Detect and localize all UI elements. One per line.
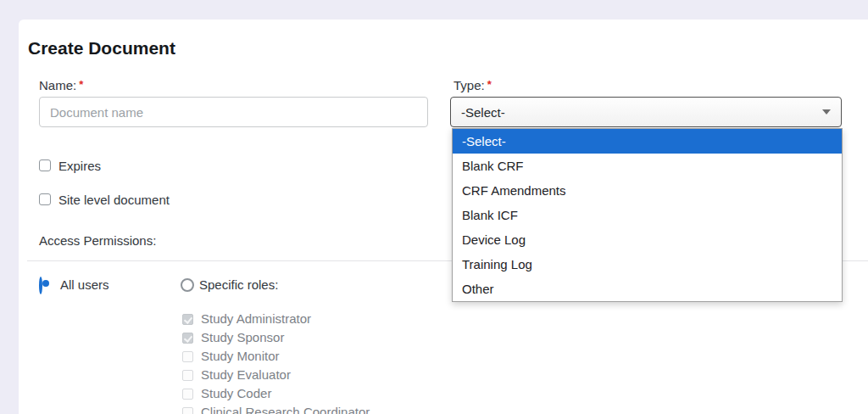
dropdown-option-blank-crf[interactable]: Blank CRF: [453, 154, 842, 178]
study-monitor-label: Study Monitor: [201, 349, 280, 363]
dropdown-option-other[interactable]: Other: [453, 277, 842, 301]
access-permissions-label: Access Permissions:: [39, 233, 156, 248]
clinical-research-coordinator-label: Clinical Research Coordinator: [201, 405, 370, 414]
clinical-research-coordinator-checkbox[interactable]: [182, 407, 193, 414]
study-administrator-checkbox[interactable]: [182, 314, 193, 325]
study-administrator-label: Study Administrator: [201, 311, 311, 326]
required-asterisk: *: [79, 78, 83, 91]
dropdown-option-blank-icf[interactable]: Blank ICF: [453, 203, 842, 227]
page-title: Create Document: [28, 38, 175, 59]
expires-label: Expires: [58, 159, 101, 173]
study-monitor-checkbox[interactable]: [182, 351, 193, 362]
required-asterisk: *: [487, 78, 492, 91]
dropdown-option-select[interactable]: -Select-: [453, 129, 842, 154]
study-coder-label: Study Coder: [201, 386, 271, 400]
study-coder-checkbox[interactable]: [182, 389, 193, 400]
specific-roles-label: Specific roles:: [199, 277, 278, 292]
specific-roles-radio[interactable]: [181, 278, 194, 292]
type-select-value: -Select-: [461, 105, 505, 120]
study-evaluator-label: Study Evaluator: [201, 367, 291, 382]
dropdown-option-training-log[interactable]: Training Log: [453, 252, 842, 277]
type-label: Type:*: [453, 78, 492, 92]
dropdown-option-device-log[interactable]: Device Log: [453, 227, 842, 252]
type-select[interactable]: -Select-: [450, 97, 842, 127]
all-users-label: All users: [60, 277, 109, 292]
study-sponsor-checkbox[interactable]: [182, 333, 193, 344]
all-users-radio[interactable]: [39, 277, 42, 294]
chevron-down-icon: [822, 109, 831, 115]
study-evaluator-checkbox[interactable]: [182, 370, 193, 381]
name-label: Name:*: [39, 78, 83, 92]
document-name-input[interactable]: [39, 97, 428, 127]
type-dropdown-list: -Select- Blank CRF CRF Amendments Blank …: [452, 128, 843, 302]
site-level-document-label: Site level document: [58, 193, 170, 207]
expires-checkbox[interactable]: [39, 159, 51, 171]
study-sponsor-label: Study Sponsor: [201, 330, 284, 344]
dropdown-option-crf-amendments[interactable]: CRF Amendments: [453, 178, 842, 203]
site-level-document-checkbox[interactable]: [39, 193, 51, 205]
page: Create Document Name:* Type:* -Select- -…: [0, 0, 868, 414]
